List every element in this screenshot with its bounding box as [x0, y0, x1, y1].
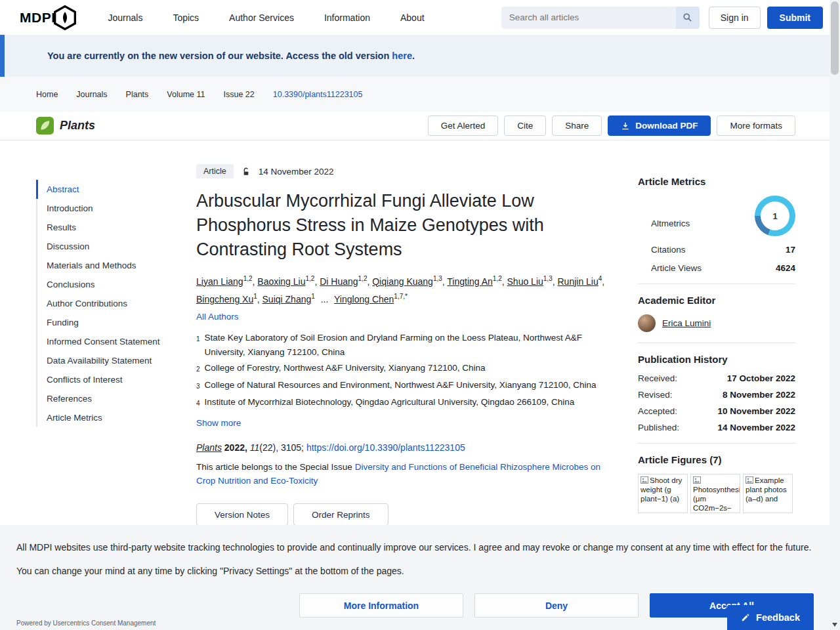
journal-name[interactable]: Plants: [60, 119, 95, 133]
submit-button[interactable]: Submit: [767, 7, 823, 29]
history-label: Received:: [638, 373, 677, 383]
open-access-icon: [241, 166, 251, 177]
feedback-label: Feedback: [756, 612, 800, 623]
toc-item-discussion[interactable]: Discussion: [36, 237, 175, 256]
author-yinglong-chen[interactable]: Yinglong Chen1,7,*: [334, 294, 408, 304]
get-alerted-button[interactable]: Get Alerted: [428, 116, 499, 136]
order-reprints-button[interactable]: Order Reprints: [293, 503, 388, 526]
download-pdf-button[interactable]: Download PDF: [608, 116, 711, 136]
article-actions: Version Notes Order Reprints: [196, 503, 617, 526]
editor-name-link[interactable]: Erica Lumini: [662, 318, 711, 328]
cookie-text-line2: You can change your mind at any time by …: [16, 566, 813, 576]
nav-information[interactable]: Information: [324, 12, 370, 23]
author-qiqiang-kuang[interactable]: Qiqiang Kuang1,3: [372, 276, 447, 287]
figure-thumbnail-2[interactable]: Photosynthesis (μm CO2m−2s−: [690, 474, 740, 513]
altmetric-donut-badge[interactable]: 1: [755, 196, 795, 236]
notice-accent-bar: [0, 35, 5, 77]
mdpi-logo[interactable]: MDPI: [20, 5, 78, 31]
version-notes-button[interactable]: Version Notes: [196, 503, 288, 526]
figure-thumbnails: Shoot dry weight (g plant−1) (a) Photosy…: [638, 474, 795, 513]
nav-author-services[interactable]: Author Services: [229, 12, 294, 23]
cite-button[interactable]: Cite: [504, 116, 546, 136]
author-link[interactable]: Baoxing Liu: [257, 276, 305, 287]
doi-link[interactable]: https://doi.org/10.3390/plants11223105: [306, 442, 465, 453]
history-value: 10 November 2022: [717, 406, 795, 416]
plants-journal-logo[interactable]: [36, 117, 54, 135]
toc-item-references[interactable]: References: [36, 389, 175, 408]
history-value: 14 November 2022: [717, 423, 795, 432]
nav-about[interactable]: About: [400, 12, 425, 23]
toc-item-data-availability[interactable]: Data Availability Statement: [36, 351, 175, 370]
author-link[interactable]: Qiqiang Kuang: [372, 276, 433, 287]
toc-item-results[interactable]: Results: [36, 218, 175, 237]
article-main: Article 14 November 2022 Arbuscular Myco…: [196, 158, 617, 526]
toc-item-author-contributions[interactable]: Author Contributions: [36, 294, 175, 313]
article-toc: Abstract Introduction Results Discussion…: [36, 158, 175, 427]
author-link[interactable]: Bingcheng Xu: [196, 294, 253, 304]
toc-item-conflicts[interactable]: Conflicts of Interest: [36, 370, 175, 389]
version-notice-banner: You are currently on the new version of …: [0, 35, 840, 77]
top-header: MDPI Journals Topics Author Services Inf…: [0, 0, 840, 35]
author-runjin-liu[interactable]: Runjin Liu4: [558, 276, 605, 287]
author-tingting-an[interactable]: Tingting An1,2: [447, 276, 507, 287]
breadcrumb-journals[interactable]: Journals: [76, 90, 107, 99]
breadcrumb-doi[interactable]: 10.3390/plants11223105: [273, 90, 363, 99]
toc-item-conclusions[interactable]: Conclusions: [36, 275, 175, 294]
search-button[interactable]: [676, 7, 700, 29]
figure-thumbnail-1[interactable]: Shoot dry weight (g plant−1) (a): [638, 474, 688, 513]
deny-button[interactable]: Deny: [474, 593, 639, 618]
citation-issue-pages: (22), 3105;: [259, 442, 304, 453]
search-input[interactable]: [501, 12, 676, 22]
breadcrumb-plants[interactable]: Plants: [126, 90, 149, 99]
author-di-huang[interactable]: Di Huang1,2: [320, 276, 372, 287]
feedback-button[interactable]: Feedback: [727, 605, 814, 630]
author-link[interactable]: Shuo Liu: [507, 276, 543, 287]
scrollbar-down-arrow-icon[interactable]: [832, 623, 837, 627]
toc-item-introduction[interactable]: Introduction: [36, 199, 175, 218]
notice-period: .: [412, 51, 415, 61]
all-authors-link[interactable]: All Authors: [196, 312, 239, 322]
altmetric-score: 1: [761, 201, 789, 230]
toc-item-materials-methods[interactable]: Materials and Methods: [36, 256, 175, 275]
toc-item-article-metrics[interactable]: Article Metrics: [36, 408, 175, 427]
page-scrollbar[interactable]: [830, 0, 840, 630]
figure-thumbnail-3[interactable]: Example plant photos (a–d) and: [743, 474, 793, 513]
author-list: Liyan Liang1,2 Baoxing Liu1,2 Di Huang1,…: [196, 271, 617, 307]
author-suiqi-zhang[interactable]: Suiqi Zhang1: [262, 294, 315, 304]
article-figures-title: Article Figures (7): [638, 454, 795, 465]
author-liyan-liang[interactable]: Liyan Liang1,2: [196, 276, 257, 287]
toc-item-funding[interactable]: Funding: [36, 313, 175, 332]
breadcrumb-home[interactable]: Home: [36, 90, 58, 99]
share-button[interactable]: Share: [552, 116, 602, 136]
scrollbar-thumb[interactable]: [831, 1, 839, 75]
author-link[interactable]: Yinglong Chen: [334, 294, 394, 304]
history-received-row: Received: 17 October 2022: [638, 373, 795, 383]
more-information-button[interactable]: More Information: [299, 593, 463, 618]
citation-journal-link[interactable]: Plants: [196, 442, 222, 453]
show-more-link[interactable]: Show more: [196, 418, 241, 428]
right-rail: Article Metrics Altmetrics 1 Citations 1…: [638, 158, 795, 513]
author-link[interactable]: Tingting An: [447, 276, 493, 287]
breadcrumb-issue[interactable]: Issue 22: [224, 90, 255, 99]
toc-item-abstract[interactable]: Abstract: [36, 180, 175, 199]
more-formats-button[interactable]: More formats: [717, 116, 795, 136]
breadcrumb-volume[interactable]: Volume 11: [167, 90, 205, 99]
author-link[interactable]: Runjin Liu: [558, 276, 598, 287]
notice-message: You are currently on the new version of …: [47, 51, 389, 61]
author-shuo-liu[interactable]: Shuo Liu1,3: [507, 276, 558, 287]
cookie-text-line1: All MDPI websites use third-party websit…: [16, 542, 813, 553]
nav-topics[interactable]: Topics: [173, 12, 199, 23]
citations-row: Citations 17: [638, 245, 795, 255]
citations-label: Citations: [651, 245, 686, 255]
nav-journals[interactable]: Journals: [108, 12, 143, 23]
authors-ellipsis[interactable]: ...: [321, 294, 329, 304]
author-link[interactable]: Suiqi Zhang: [262, 294, 312, 304]
toc-item-informed-consent[interactable]: Informed Consent Statement: [36, 332, 175, 351]
author-baoxing-liu[interactable]: Baoxing Liu1,2: [257, 276, 320, 287]
old-version-link[interactable]: here: [392, 51, 412, 61]
author-link[interactable]: Liyan Liang: [196, 276, 243, 287]
affiliation-2: 2 College of Forestry, Northwest A&F Uni…: [196, 361, 617, 377]
author-link[interactable]: Di Huang: [320, 276, 358, 287]
sign-in-button[interactable]: Sign in: [709, 7, 761, 29]
author-bingcheng-xu[interactable]: Bingcheng Xu1: [196, 294, 262, 304]
